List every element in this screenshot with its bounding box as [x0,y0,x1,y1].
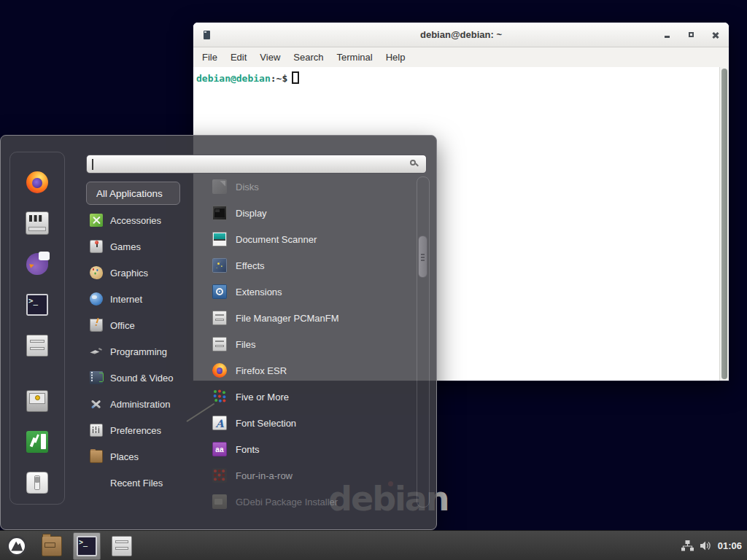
sound-video-icon [90,371,103,384]
prompt-suffix: :~$ [271,73,287,84]
gdebi-icon [212,494,227,509]
category-label: All Applications [96,188,163,199]
terminal-window-icon [204,31,210,39]
window-controls [663,23,720,47]
terminal-icon: >_ [26,294,48,316]
taskbar-terminal-button[interactable]: >_ [73,532,101,560]
accessories-icon [90,214,103,227]
app-effects[interactable]: Effects [211,252,409,279]
menu-edit[interactable]: Edit [224,52,253,63]
menu-help[interactable]: Help [379,52,412,63]
settings-keys-icon [26,211,49,235]
category-graphics[interactable]: Graphics [86,260,196,286]
menu-terminal[interactable]: Terminal [330,52,379,63]
terminal-cursor [292,71,299,84]
office-icon [90,319,103,332]
category-administration[interactable]: Administration [86,391,196,417]
fonts-icon: aa [212,442,227,456]
terminal-button[interactable]: >_ [25,292,50,317]
app-font-selection[interactable]: AFont Selection [211,410,409,436]
app-disks[interactable]: Disks [211,174,409,200]
volume-icon[interactable] [700,540,712,551]
taskbar-menu-button[interactable] [3,532,31,560]
programming-icon [90,345,103,358]
category-places[interactable]: Places [86,443,196,470]
category-label: Places [110,451,139,462]
category-games[interactable]: Games [86,233,196,260]
app-label: Document Scanner [236,234,317,245]
firefox-icon [212,363,227,378]
maximize-button[interactable] [687,31,696,39]
category-label: Programming [110,346,167,357]
favorite-apps: >_ [10,170,64,358]
terminal-scrollbar-thumb[interactable] [721,69,727,379]
logout-icon [26,431,48,453]
app-extensions[interactable]: Extensions [211,279,409,305]
fonts-glyph: aa [213,443,226,456]
file-cabinet-button[interactable] [25,333,50,358]
taskbar-file-manager-button[interactable] [38,532,66,560]
app-gdebi-package-installer[interactable]: GDebi Package Installer [211,489,409,515]
category-label: Recent Files [110,478,163,489]
pidgin-icon [26,253,48,275]
shutdown-icon [26,472,48,494]
four-in-a-row-icon [212,468,227,483]
app-label: Extensions [236,287,282,298]
menu-file[interactable]: File [196,52,224,63]
lock-screen-button[interactable] [25,389,50,413]
app-label: Firefox ESR [236,365,287,376]
category-accessories[interactable]: Accessories [86,207,196,233]
app-label: Four-in-a-row [236,470,293,481]
five-or-more-icon [212,389,227,404]
taskbar-folder-icon [42,536,62,556]
firefox-icon [26,171,48,193]
menu-search[interactable]: Search [287,52,330,63]
display-icon [212,206,227,220]
file-cabinet-icon [26,335,48,357]
category-office[interactable]: Office [86,312,196,338]
category-label: Administration [110,399,170,410]
category-programming[interactable]: Programming [86,338,196,365]
app-fonts[interactable]: aaFonts [211,436,409,462]
category-sound-video[interactable]: Sound & Video [86,365,196,391]
pidgin-button[interactable] [25,252,50,276]
app-label: Font Selection [236,418,296,429]
app-label: Effects [236,260,265,271]
lock-screen-icon [26,390,48,412]
menu-scrollbar-track[interactable] [417,176,430,508]
terminal-title: debian@debian: ~ [420,29,502,40]
terminal-scrollbar[interactable] [719,67,729,381]
category-label: Office [110,320,135,331]
disks-icon [212,179,227,194]
clock[interactable]: 01:06 [718,540,742,551]
app-files[interactable]: Files [211,331,409,357]
category-label: Internet [110,294,142,305]
file-cabinet-icon [112,536,132,556]
terminal-titlebar[interactable]: debian@debian: ~ [193,23,729,47]
app-document-scanner[interactable]: Document Scanner [211,226,409,252]
app-display[interactable]: Display [211,200,409,226]
search-input[interactable] [86,155,427,174]
close-button[interactable] [711,31,720,39]
minimize-button[interactable] [663,31,672,39]
graphics-icon [90,266,103,279]
shutdown-button[interactable] [25,470,50,495]
settings-keys-button[interactable] [25,211,50,236]
app-five-or-more[interactable]: Five or More [211,384,409,410]
menu-view[interactable]: View [253,52,287,63]
logout-button[interactable] [25,429,50,454]
app-firefox-esr[interactable]: Firefox ESR [211,357,409,384]
taskbar-files-button[interactable] [108,532,136,560]
category-all-applications[interactable]: All Applications [86,182,180,205]
app-four-in-a-row[interactable]: Four-in-a-row [211,462,409,489]
category-preferences[interactable]: Preferences [86,417,196,443]
menu-scrollbar-thumb[interactable] [418,236,427,278]
terminal-icon: >_ [77,536,97,556]
favorites-sidebar: >_ [9,152,65,505]
network-icon[interactable] [681,540,694,551]
category-recent-files[interactable]: Recent Files [86,470,196,496]
firefox-button[interactable] [25,170,50,195]
category-internet[interactable]: Internet [86,286,196,312]
app-file-manager-pcmanfm[interactable]: File Manager PCManFM [211,305,409,331]
app-label: Five or More [236,392,289,402]
